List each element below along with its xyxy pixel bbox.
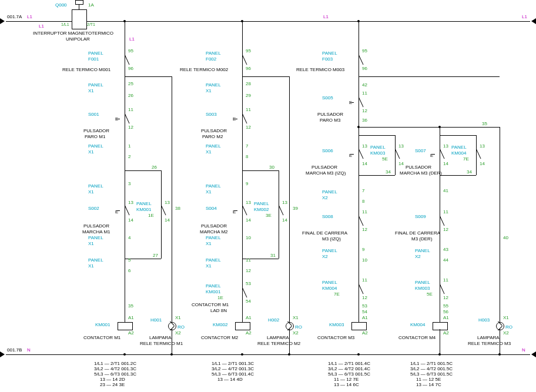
b3-kmira: PANEL xyxy=(415,280,430,285)
n-left: N xyxy=(27,347,31,353)
b1-x1b: X1 xyxy=(88,88,94,93)
b1-x2b: X1 xyxy=(88,149,94,155)
b2-kme: 3E xyxy=(266,213,272,218)
b3-fc-l: FINAL DE CARRERA xyxy=(302,230,347,236)
b3-mar-l: PULSADOR xyxy=(311,165,337,170)
b1-x3a: PANEL xyxy=(88,183,103,189)
bus-left-tag: 001.7A xyxy=(7,14,22,19)
schematic-canvas: { "bus":{"left_tag":"001.7A","right_top"… xyxy=(0,0,536,392)
b1-mar2: MARCHA M1 xyxy=(82,229,110,234)
b1-panel: PANEL xyxy=(88,51,103,56)
b2-mar: PULSADOR xyxy=(201,223,227,229)
b3-panel: PANEL xyxy=(322,51,337,56)
b2-ct2: 5/L3 — 6/T3 001.4C xyxy=(212,371,254,377)
b3-ctr1: 3/L2 — 4/T2 001.5C xyxy=(410,366,453,371)
b3-smar-l: S006 xyxy=(322,148,333,153)
l1-a: L1 xyxy=(27,14,32,19)
b2-kmlab: CONTACTOR M1 xyxy=(192,302,229,307)
b3-ctl2: 5/L3 — 6/T3 001.5C xyxy=(328,371,370,377)
l1-right: L1 xyxy=(522,14,527,19)
b1-kmp: PANEL xyxy=(136,201,152,206)
b1-x2a: PANEL xyxy=(88,143,103,149)
b3-paro: PULSADOR xyxy=(317,112,343,117)
b3-ctr0: 1/L1 — 2/T1 001.5C xyxy=(410,361,453,366)
b2-rele: RELE TERMICO M002 xyxy=(180,67,228,72)
b2-kmlab2: LAD 8N xyxy=(210,308,227,313)
b3-cont2: CONTACTOR M4 xyxy=(398,335,436,340)
b3-paro2: PARO M3 xyxy=(320,118,340,123)
l1-b: L1 xyxy=(39,24,44,29)
b3-kmp-l: PANEL xyxy=(370,145,386,150)
b3-ctl4: 13 — 14 6C xyxy=(334,382,359,387)
b2-lamp-pin: 39 xyxy=(293,206,298,211)
b1-paro: PULSADOR xyxy=(83,128,109,133)
b3-km-l: KM003 xyxy=(370,150,385,156)
b2-cont: CONTACTOR M2 xyxy=(201,335,238,340)
b2-smar: S004 xyxy=(206,206,217,211)
b3-ctr2: 5/L3 — 6/T3 001.5C xyxy=(410,371,453,377)
breaker-t1: 1/L1 xyxy=(61,22,69,26)
b2-kmlb: KM001 xyxy=(206,289,220,294)
bus-bot-tag: 001.7B xyxy=(7,347,22,353)
b3-fc-r: FINAL DE CARRERA xyxy=(395,230,440,236)
b1-lamp3: LAMPARA xyxy=(149,335,172,340)
b3-kml2: KM004 xyxy=(410,322,425,327)
b2-kmla: PANEL xyxy=(206,283,221,289)
b2-kmp: PANEL xyxy=(254,201,269,206)
b3-cont: CONTACTOR M3 xyxy=(317,335,354,340)
b1-sparo: S001 xyxy=(88,112,99,117)
b1-lamp-pin: 38 xyxy=(175,206,180,211)
b2-kmlc: 1E xyxy=(217,295,223,300)
b3-kme-l: 5E xyxy=(382,156,388,162)
b1-ct3: 13 — 14 2D xyxy=(100,377,125,382)
b3-lamp3: LAMPARA xyxy=(477,335,500,340)
b1-km: KM001 xyxy=(136,207,151,212)
b3-x2b: X2 xyxy=(322,195,328,200)
b1-paro2: PARO M1 xyxy=(85,134,105,139)
b3-xpra: PANEL xyxy=(415,248,430,253)
b1-mar: PULSADOR xyxy=(83,223,109,229)
b3-kmp-r: PANEL xyxy=(451,145,467,150)
b1-p96: 96 xyxy=(128,66,133,71)
breaker-rating: 1A xyxy=(88,2,94,8)
b2-ct0: 1/L1 — 2/T1 001.3C xyxy=(212,361,254,366)
b1-p25: 25 xyxy=(128,81,133,86)
b2-mar2: MARCHA M2 xyxy=(200,229,228,234)
b3-kmirc: 5E xyxy=(427,292,433,297)
breaker-label2: UNIPOLAR xyxy=(66,36,90,42)
b3-lamp4: RELE TERMICO M3 xyxy=(468,341,511,346)
b2-panel: PANEL xyxy=(206,51,221,56)
b1-ct1: 3/L2 — 4/T2 001.3C xyxy=(94,366,136,371)
b3-sfc-r: S009 xyxy=(415,214,426,219)
b3-kmila: PANEL xyxy=(322,280,337,285)
b1-coil-icon xyxy=(118,322,133,330)
b2-kml: KM002 xyxy=(213,322,227,327)
b1-lamp: H001 xyxy=(150,317,162,323)
b3-x2a: PANEL xyxy=(322,189,337,195)
b1-lamp2: RO xyxy=(177,324,185,330)
b3-mar-l2: MARCHA M3 (IZQ) xyxy=(306,170,346,176)
b2-sparo: S003 xyxy=(206,112,217,117)
b3-smar-r: S007 xyxy=(415,148,426,153)
b3-mar-r: PULSADOR xyxy=(406,165,431,170)
b3-mar-r2: MARCHA M3 (DER) xyxy=(400,170,442,176)
breaker-name: Q000 xyxy=(55,2,67,8)
n-right: N xyxy=(522,347,525,353)
b3-sparo: S005 xyxy=(322,95,333,100)
b3-kml: KM003 xyxy=(329,322,344,327)
b3-fc-r2: M3 (DER) xyxy=(411,236,433,242)
b3-kmilb: KM004 xyxy=(322,286,337,291)
b3-ctl0: 1/L1 — 2/T1 001.4C xyxy=(328,361,370,366)
b1-smar: S002 xyxy=(88,206,99,211)
b3-lamp: H003 xyxy=(478,317,490,323)
b2-lamp4: RELE TERMICO M2 xyxy=(257,341,300,346)
b3-sfc-l: S008 xyxy=(322,214,333,219)
b2-km: KM002 xyxy=(254,207,269,212)
b2-paro: PULSADOR xyxy=(201,128,227,133)
b3-ctr4: 13 — 14 7C xyxy=(416,382,441,387)
b1-ct4: 23 — 24 3E xyxy=(100,382,125,387)
b3-ctl3: 11 — 12 7E xyxy=(334,377,359,382)
b1-lamp4: RELE TERMICO M1 xyxy=(140,341,183,346)
breaker-t2: 2/T1 xyxy=(87,22,95,26)
b3-lamp2: RO xyxy=(505,324,512,330)
